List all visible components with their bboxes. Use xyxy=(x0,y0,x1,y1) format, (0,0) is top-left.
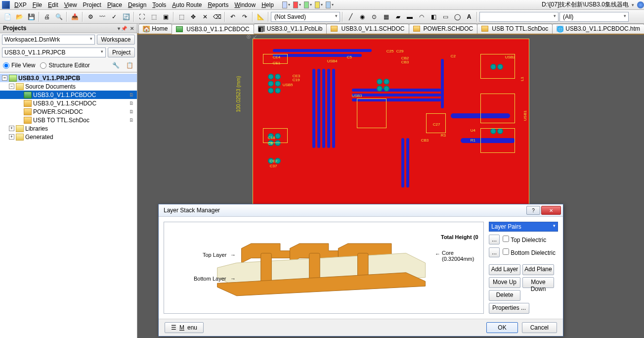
tab-htm[interactable]: 🌐USB3.0_V1.1.PCBDOC.htm xyxy=(552,24,644,34)
save-icon[interactable]: 💾 xyxy=(26,11,37,22)
bottom-dielectric-check[interactable]: Bottom Dielectric xyxy=(503,248,556,256)
clear-icon[interactable]: ⌫ xyxy=(212,11,222,22)
place-circle-icon[interactable]: ◯ xyxy=(452,11,463,22)
filter-select[interactable]: (All) xyxy=(559,12,629,22)
place-arc-icon[interactable]: ◠ xyxy=(416,11,427,22)
place-poly-icon[interactable]: ▰ xyxy=(392,11,403,22)
move-up-button[interactable]: Move Up xyxy=(489,277,520,288)
snap-icon[interactable] xyxy=(303,1,312,9)
snapshot-select[interactable]: (Not Saved) xyxy=(271,12,340,22)
core-label: Core (0.32004mm) xyxy=(442,250,483,262)
menu-reports[interactable]: Reports xyxy=(205,0,231,9)
new-icon[interactable]: 📄 xyxy=(2,11,13,22)
top-dielectric-check[interactable]: Top Dielectric xyxy=(503,236,546,243)
delete-button[interactable]: Delete xyxy=(489,290,520,301)
place-rect-icon[interactable]: ▭ xyxy=(440,11,451,22)
dialog-help-icon[interactable]: ? xyxy=(526,206,540,215)
place-via-icon[interactable]: ◉ xyxy=(357,11,368,22)
tree-libraries[interactable]: +Libraries xyxy=(0,124,137,133)
deselect-icon[interactable]: ✕ xyxy=(200,11,211,22)
project-field[interactable]: USB3.0_V1.1.PRJPCB xyxy=(2,48,106,57)
ref-usb5: USB5 xyxy=(283,83,293,87)
tab-pcblib[interactable]: ◧USB3.0_V1.1.PcbLib xyxy=(254,24,327,34)
import-icon[interactable]: 📥 xyxy=(69,11,80,22)
dim-icon[interactable]: 📐 xyxy=(255,11,266,22)
view-icon[interactable] xyxy=(325,1,334,9)
pcb-board[interactable]: ⊗ ↙ 100.02523 (mm) xyxy=(253,39,529,217)
open-icon[interactable]: 📂 xyxy=(14,11,25,22)
structure-editor-radio[interactable]: Structure Editor xyxy=(40,62,89,69)
pin-icon[interactable]: ▾ 📌 xyxy=(118,26,128,31)
move-icon[interactable]: ✥ xyxy=(188,11,199,22)
print-icon[interactable]: 🖨 xyxy=(42,11,52,22)
place-fill-icon[interactable]: ▦ xyxy=(381,11,391,22)
bottom-dielectric-opts[interactable]: ... xyxy=(489,247,500,257)
ref-ce1: CE1 xyxy=(273,61,281,65)
select-icon[interactable]: ⬚ xyxy=(176,11,187,22)
layer-icon[interactable] xyxy=(293,1,301,9)
add-plane-button[interactable]: Add Plane xyxy=(522,264,554,275)
project-tree[interactable]: −USB3.0_V1.1.PRJPCB −Source Documents US… xyxy=(0,72,137,338)
grid-icon[interactable] xyxy=(282,1,291,9)
menu-help[interactable]: Help xyxy=(259,0,276,9)
workspace-button[interactable]: Workspace xyxy=(97,35,135,45)
move-down-button[interactable]: Move Down xyxy=(522,277,554,288)
menu-project[interactable]: Project xyxy=(81,0,104,9)
route-icon[interactable]: 〰 xyxy=(97,11,108,22)
tree-doc-schdoc[interactable]: USB3.0_V1.1.SCHDOC🗎 xyxy=(0,99,137,107)
add-layer-button[interactable]: Add Layer xyxy=(489,264,520,275)
file-view-radio[interactable]: File View xyxy=(3,62,35,69)
tab-usbttl[interactable]: USB TO TTL.SchDoc xyxy=(477,24,553,34)
compile-icon[interactable]: ⚙ xyxy=(85,11,96,22)
close-panel-icon[interactable]: ✕ xyxy=(130,26,134,31)
undo-icon[interactable]: ↶ xyxy=(227,11,238,22)
net-select[interactable] xyxy=(479,12,558,22)
preview-icon[interactable]: 🔍 xyxy=(53,11,64,22)
place-string-icon[interactable]: A xyxy=(464,11,474,22)
dialog-menu-button[interactable]: ☰Menu xyxy=(165,322,204,333)
properties-button[interactable]: Properties ... xyxy=(489,303,529,314)
place-region-icon[interactable]: ◧ xyxy=(428,11,439,22)
redo-icon[interactable]: ↷ xyxy=(239,11,250,22)
menu-dxp[interactable]: DXP xyxy=(12,0,29,9)
menu-tools[interactable]: Tools xyxy=(150,0,169,9)
panel-opt1-icon[interactable]: 🔧 xyxy=(111,61,120,70)
menu-autoroute[interactable]: Auto Route xyxy=(170,0,204,9)
app-orb-icon[interactable] xyxy=(637,1,644,8)
menu-file[interactable]: File xyxy=(30,0,44,9)
menu-view[interactable]: View xyxy=(62,0,80,9)
tree-source-documents[interactable]: −Source Documents xyxy=(0,82,137,91)
cancel-button[interactable]: Cancel xyxy=(522,322,557,333)
menu-place[interactable]: Place xyxy=(105,0,125,9)
zoom-fit-icon[interactable]: ⛶ xyxy=(136,11,147,22)
place-pad-icon[interactable]: ⊙ xyxy=(369,11,380,22)
workspace-select[interactable]: Workspace1.DsnWrk xyxy=(2,35,95,45)
top-dielectric-opts[interactable]: ... xyxy=(489,235,500,244)
panel-opt2-icon[interactable]: 📋 xyxy=(125,61,134,70)
tree-doc-pcbdoc[interactable]: USB3.0_V1.1.PCBDOC🗎 xyxy=(0,91,137,99)
tab-power[interactable]: POWER.SCHDOC xyxy=(409,24,478,34)
tab-home[interactable]: 🏠Home xyxy=(138,24,172,34)
project-button[interactable]: Project xyxy=(108,48,135,57)
menu-edit[interactable]: Edit xyxy=(45,0,61,9)
ref-l1: R3 xyxy=(441,133,446,138)
tree-project-root[interactable]: −USB3.0_V1.1.PRJPCB xyxy=(0,74,137,82)
layer-mode-select[interactable]: Layer Pairs xyxy=(489,222,558,232)
menu-design[interactable]: Design xyxy=(126,0,149,9)
place-line-icon[interactable]: ▬ xyxy=(404,11,415,22)
tree-doc-power[interactable]: POWER.SCHDOC🗎 xyxy=(0,107,137,116)
zoom-area-icon[interactable]: ⬚ xyxy=(148,11,159,22)
menu-window[interactable]: Window xyxy=(232,0,258,9)
units-icon[interactable] xyxy=(314,1,323,9)
tree-generated[interactable]: +Generated xyxy=(0,133,137,141)
drc-icon[interactable]: ✓ xyxy=(109,11,120,22)
tab-schdoc[interactable]: USB3.0_V1.1.SCHDOC xyxy=(326,24,409,34)
zoom-sel-icon[interactable]: ▣ xyxy=(160,11,171,22)
refresh-icon[interactable]: 🔄 xyxy=(121,11,131,22)
dialog-close-icon[interactable]: ✕ xyxy=(541,206,561,215)
place-track-icon[interactable]: ╱ xyxy=(345,11,356,22)
ok-button[interactable]: OK xyxy=(486,322,517,333)
tree-doc-usbttl[interactable]: USB TO TTL.SchDoc🗎 xyxy=(0,116,137,124)
dialog-titlebar[interactable]: Layer Stack Manager ? ✕ xyxy=(159,204,563,217)
tab-pcbdoc[interactable]: USB3.0_V1.1.PCBDOC xyxy=(172,24,254,34)
